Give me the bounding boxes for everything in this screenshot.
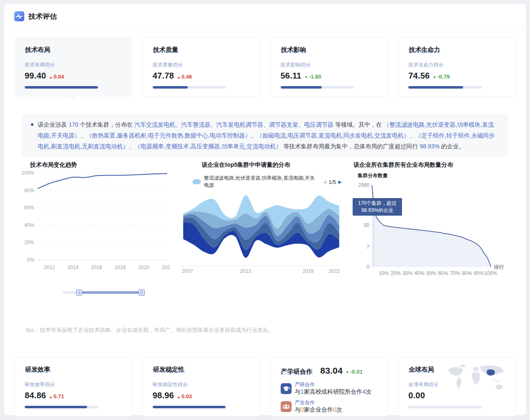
score-progress-bar [408,406,482,408]
stream-plot: 2007201320192022 [181,189,342,275]
legend-swatch [192,179,201,184]
svg-text:2013: 2013 [240,268,251,274]
time-range-slider[interactable] [63,289,145,295]
score-value: 47.78 [153,71,174,81]
svg-text:2007: 2007 [182,268,193,274]
summary-box: 该企业涉及 170 个技术集群，分布在 汽车交流发电机、汽车整流器、汽车发电机调… [22,114,508,157]
metric-card-rd-efficiency[interactable]: 研发效率 研发效率得分 84.86 ▲0.71 [14,357,132,417]
card-title: 技术影响 [281,46,307,53]
score-cards-bottom: 研发效率 研发效率得分 84.86 ▲0.71 研发稳定性 研发稳定性得分 98… [14,357,516,417]
metric-card-tech-layout[interactable]: 技术布局 技术布局得分 99.40 ▲0.04 [14,37,132,97]
svg-text:60%: 60% [438,270,448,276]
score-value: 56.11 [281,71,302,81]
svg-text:100%: 100% [21,170,34,176]
page-title: 技术评估 [28,12,57,21]
slider-handle-right[interactable] [138,289,145,295]
legend-pager: ◀ 1/5 ▶ [323,179,342,185]
score-progress-bar [25,86,98,89]
chevron-right-icon[interactable]: ▶ [338,179,342,185]
industry-academia-card[interactable]: 产学研合作 83.04 ▼-0.01 产研合作与1家高校或科研院所合作4次产业合… [270,357,388,417]
slider-selected-range[interactable] [79,291,141,294]
pulse-icon [14,11,24,21]
panel-header: 技术评估 [4,4,526,29]
cluster-distribution-chart: 该企业所在集群所有企业布局数量分布 集群分布数量 2980507010%20%3… [353,161,516,295]
card-subtitle: 技术影响得分 [281,61,378,69]
chart-title: 该企业在top5集群中申请量的分布 [202,161,342,169]
tips-text: tips：技术布局反映了企业技术战略。企业在成长期，布局广、增长快意味着企业更容… [26,326,516,334]
delta-arrow-icon: ▲ [177,395,181,399]
world-map-china-highlighted [444,363,511,394]
svg-text:40%: 40% [24,222,34,228]
svg-text:30%: 30% [402,270,412,276]
card-title: 产学研合作 [281,368,313,375]
svg-text:80%: 80% [24,188,34,193]
card-subtitle: 技术布局得分 [25,61,122,69]
delta-arrow-icon: ▼ [433,75,436,79]
card-subtitle: 研发稳定性得分 [153,381,250,388]
score-progress-bar [281,86,354,89]
svg-text:10%: 10% [379,270,389,276]
cooperation-row: 产研合作与1家高校或科研院所合作4次 [281,382,378,395]
card-title: 技术质量 [153,46,179,53]
card-title: 全球布局 [408,366,434,373]
metric-card-tech-vitality[interactable]: 技术生命力 技术生命力得分 74.56 ▼-0.79 [398,37,516,97]
score-value: 0.00 [408,391,425,400]
cooperation-label: 产业合作 [295,400,343,406]
score-value: 74.56 [408,71,430,81]
svg-text:60%: 60% [24,205,34,211]
svg-text:2018: 2018 [115,265,126,270]
distribution-plot: 2980507010%20%30%40%50%60%70%80%90%100%排… [353,179,516,282]
cluster-annotation: 170个集群，超过 98.93%的企业 [353,198,402,216]
chart-title: 该企业所在集群所有企业布局数量分布 [353,161,516,169]
slider-track[interactable] [63,291,145,294]
svg-text:70%: 70% [450,270,460,276]
chevron-left-icon[interactable]: ◀ [323,179,326,185]
content: 技术布局 技术布局得分 99.40 ▲0.04 技术质量 技术质量得分 47.7… [4,29,526,417]
svg-text:50%: 50% [426,270,436,276]
svg-text:2014: 2014 [67,265,79,270]
cooperation-label: 产研合作 [295,382,372,388]
svg-text:0%: 0% [27,257,35,263]
score-delta: ▲0.04 [49,74,64,80]
svg-text:2019: 2019 [302,268,314,274]
score-delta: ▼-0.01 [346,369,363,375]
svg-text:40%: 40% [415,270,425,276]
stream-legend: 整流滤波电路,光伏逆变器,功率模块,直流电能,开关电源 ◀ 1/5 ▶ [192,175,342,189]
metric-card-tech-impact[interactable]: 技术影响 技术影响得分 56.11 ▼-1.60 [270,37,388,97]
svg-text:50: 50 [364,222,370,228]
metric-card-tech-quality[interactable]: 技术质量 技术质量得分 47.78 ▲0.46 [142,37,260,97]
svg-text:2020: 2020 [138,265,149,270]
svg-text:2012: 2012 [44,265,55,270]
metric-card-rd-stability[interactable]: 研发稳定性 研发稳定性得分 98.96 ▲0.03 [142,357,260,417]
top5-cluster-stream-chart: 该企业在top5集群中申请量的分布 整流滤波电路,光伏逆变器,功率模块,直流电能… [181,161,342,295]
cooperation-text: 与1家高校或科研院所合作4次 [295,388,372,395]
score-progress-bar [153,86,226,89]
svg-text:20%: 20% [391,270,401,276]
svg-text:100%: 100% [484,270,497,276]
delta-arrow-icon: ▲ [49,395,53,399]
card-subtitle: 技术生命力得分 [408,61,505,69]
card-title: 研发稳定性 [153,366,185,373]
score-value: 83.04 [320,366,343,376]
tech-assessment-panel: 技术评估 技术布局 技术布局得分 99.40 ▲0.04 技术质量 技术质量得分 [4,4,526,415]
svg-text:0: 0 [366,264,369,270]
score-delta: ▼-1.60 [304,74,321,80]
svg-text:90%: 90% [474,270,484,276]
svg-text:80%: 80% [462,270,472,276]
slider-handle-left[interactable] [76,289,82,295]
score-progress-bar [153,406,226,408]
card-subtitle: 研发效率得分 [25,381,122,388]
global-layout-card[interactable]: 全球布局 [398,357,516,417]
graduation-cap-icon [281,383,292,394]
delta-arrow-icon: ▲ [49,75,53,79]
score-delta: ▲0.46 [177,74,192,80]
page: 技术评估 技术布局 技术布局得分 99.40 ▲0.04 技术质量 技术质量得分 [0,0,530,420]
layout-trend-chart: 技术布局变化趋势 0%20%40%60%80%100%2012201420162… [14,161,170,295]
charts-row: 技术布局变化趋势 0%20%40%60%80%100%2012201420162… [14,161,516,295]
score-delta: ▲0.71 [49,393,64,400]
people-icon [281,401,292,412]
pager-count: 1/5 [328,179,336,185]
layout-trend-plot: 0%20%40%60%80%100%2012201420162018202020… [14,169,170,273]
card-title: 技术生命力 [408,46,440,53]
svg-text:2016: 2016 [91,265,102,270]
